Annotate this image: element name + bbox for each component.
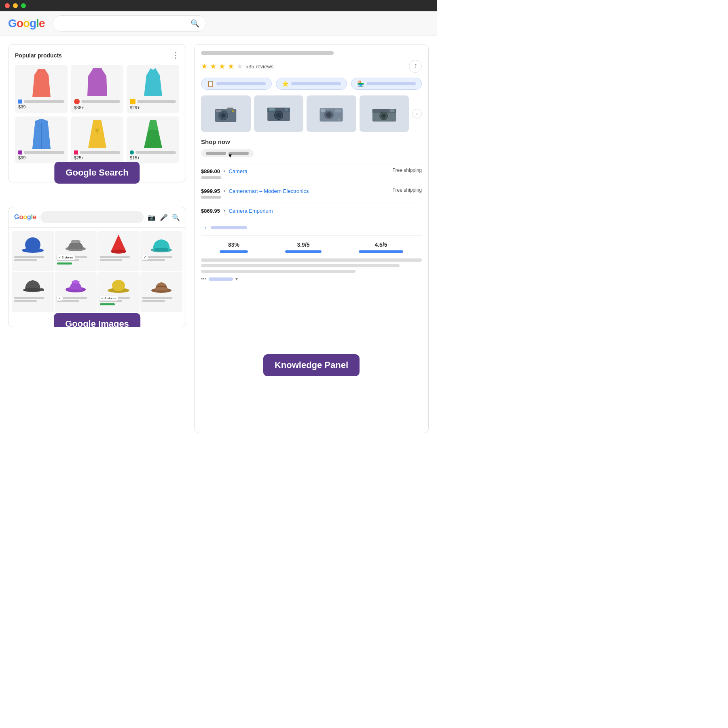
product-item[interactable]: $39+ <box>15 116 68 163</box>
chevron-down-icon: ▾ <box>229 152 249 155</box>
listing-2: $999.95 • Cameramart – Modern Electronic… <box>201 183 422 203</box>
product-item[interactable]: $25+ <box>71 116 123 163</box>
star-2: ★ <box>210 62 216 71</box>
kp-more-pill <box>209 277 233 281</box>
hat-item[interactable] <box>97 231 140 271</box>
product-image <box>83 120 111 148</box>
google-logo: Google <box>8 17 44 30</box>
camera-thumb-4[interactable] <box>360 95 409 132</box>
shop-now-label: Shop now <box>201 138 422 145</box>
product-item[interactable]: $39+ <box>15 65 68 113</box>
kp-tabs: 📋 ⭐ 🏪 <box>201 78 422 90</box>
svg-marker-16 <box>111 235 126 252</box>
hat-item[interactable] <box>140 272 182 312</box>
camera-svg <box>319 104 343 123</box>
stat-bar-1 <box>220 250 248 253</box>
camera-thumb-3[interactable] <box>307 95 356 132</box>
hat-image <box>106 275 131 294</box>
listing-3: $869.95 • Camera Emporium <box>201 203 422 220</box>
product-price: $25+ <box>74 155 120 160</box>
hat-item[interactable]: ✓ 4 stores <box>97 272 140 312</box>
svg-marker-8 <box>88 120 106 148</box>
product-image <box>139 120 167 148</box>
google-search-label: Google Search <box>54 162 140 184</box>
images-card-header: Google 📷 🎤 🔍 <box>8 207 186 228</box>
maximize-button[interactable] <box>21 3 26 8</box>
stat-value-2: 3.9/5 <box>297 241 309 248</box>
svg-point-15 <box>71 240 80 243</box>
hat-image <box>63 234 88 254</box>
hat-svg <box>150 276 173 294</box>
hat-image <box>106 234 131 254</box>
camera-gallery: › <box>201 95 422 132</box>
listing-price-1: $899.00 <box>201 168 220 174</box>
more-options-button[interactable]: ⋮ <box>172 51 179 60</box>
camera-thumb-2[interactable] <box>254 95 304 132</box>
stat-item-1: 83% <box>220 241 248 253</box>
hat-item[interactable] <box>12 272 54 312</box>
brand-name-bar <box>135 151 176 154</box>
kp-bottom-bars: ••• ▾ <box>201 258 422 282</box>
mini-google-logo: Google <box>14 214 36 221</box>
kp-tab-overview[interactable]: 📋 <box>201 78 272 90</box>
product-image <box>83 68 111 96</box>
listing-price-2: $999.95 <box>201 188 220 194</box>
kp-tab-reviews[interactable]: ⭐ <box>276 78 347 90</box>
hat-item[interactable] <box>12 231 54 271</box>
hat-item[interactable]: ✓ <box>140 231 182 271</box>
more-results-link[interactable]: → <box>201 224 422 231</box>
svg-point-24 <box>112 280 125 291</box>
store-icon: 🏪 <box>357 80 364 87</box>
close-button[interactable] <box>5 3 10 8</box>
listing-price-3: $869.95 <box>201 208 220 214</box>
dress-svg <box>142 120 164 148</box>
listing-store-3[interactable]: Camera Emporium <box>229 208 273 214</box>
product-item[interactable]: $15+ <box>127 116 179 163</box>
review-count: 535 reviews <box>245 63 273 70</box>
product-item[interactable]: $38+ <box>71 65 123 113</box>
hat-item[interactable]: ✓ <box>55 272 97 312</box>
gallery-next-button[interactable]: › <box>412 109 422 119</box>
hat-svg <box>64 235 87 253</box>
store-badge: ✓ 4 stores <box>99 296 118 301</box>
search-icon[interactable]: 🔍 <box>172 214 180 221</box>
svg-marker-7 <box>42 121 51 149</box>
stars-row: ★ ★ ★ ★ ★ 535 reviews <box>201 62 273 71</box>
dress-svg <box>86 120 108 148</box>
hat-image <box>149 234 174 254</box>
popular-products-title: Popular products <box>15 52 62 59</box>
hat-image <box>21 234 45 254</box>
hat-info <box>142 297 180 303</box>
stats-row: 83% 3.9/5 4.5/5 <box>201 235 422 253</box>
minimize-button[interactable] <box>13 3 18 8</box>
listing-store-2[interactable]: Cameramart – Modern Electronics <box>229 188 309 194</box>
listing-bar <box>201 176 221 179</box>
svg-rect-31 <box>216 110 222 112</box>
brand-icon <box>18 150 22 154</box>
hats-grid: ✓ 3 stores <box>8 228 186 315</box>
kp-tab-store[interactable]: 🏪 <box>351 78 422 90</box>
svg-point-13 <box>25 237 40 252</box>
star-1: ★ <box>201 62 207 71</box>
product-image <box>139 68 167 96</box>
browser-search-input[interactable] <box>59 20 186 27</box>
mic-icon[interactable]: 🎤 <box>160 214 168 221</box>
brand-icon <box>130 150 134 154</box>
hat-image <box>63 275 88 294</box>
mini-search-bar[interactable] <box>40 211 144 223</box>
browser-search-bar[interactable]: 🔍 <box>53 15 206 32</box>
browser-chrome: Google 🔍 <box>0 11 437 36</box>
kp-more-row[interactable]: ••• ▾ <box>201 276 422 282</box>
filter-dropdown[interactable]: ▾ <box>201 149 254 157</box>
camera-icon[interactable]: 📷 <box>148 214 156 221</box>
share-button[interactable]: ⤴ <box>409 60 422 73</box>
svg-point-41 <box>326 112 332 118</box>
mini-icons: 📷 🎤 🔍 <box>148 214 180 221</box>
hat-item[interactable]: ✓ 3 stores <box>55 231 97 271</box>
knowledge-panel: ★ ★ ★ ★ ★ 535 reviews ⤴ 📋 ⭐ 🏪 <box>194 44 429 433</box>
svg-marker-0 <box>32 69 51 97</box>
camera-thumb-1[interactable] <box>201 95 251 132</box>
listing-store-1[interactable]: Camera <box>229 168 247 174</box>
product-item[interactable]: $29+ <box>127 65 179 113</box>
svg-point-20 <box>23 288 42 292</box>
